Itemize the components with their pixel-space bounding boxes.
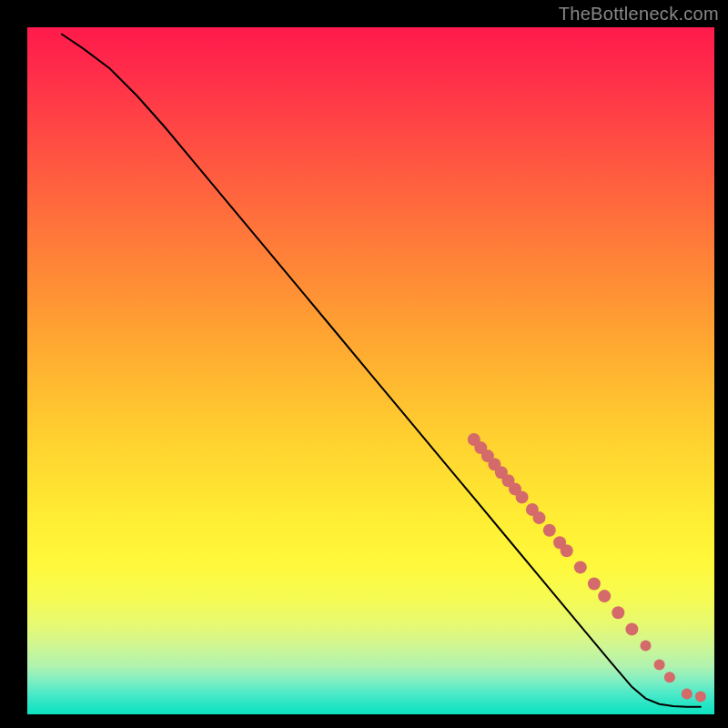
- data-marker: [533, 511, 546, 524]
- curve-line: [62, 35, 701, 707]
- data-marker: [561, 544, 573, 557]
- data-marker: [574, 561, 587, 573]
- watermark-text: TheBottleneck.com: [559, 4, 719, 25]
- data-marker: [598, 590, 611, 602]
- marker-group: [468, 433, 706, 702]
- data-marker: [516, 490, 529, 503]
- data-marker: [654, 660, 665, 671]
- data-marker: [625, 622, 638, 635]
- data-marker: [664, 672, 675, 682]
- chart-frame: TheBottleneck.com: [0, 0, 728, 728]
- data-marker: [612, 606, 624, 619]
- chart-svg: [27, 27, 714, 714]
- data-marker: [641, 641, 652, 652]
- data-marker: [695, 691, 706, 702]
- data-marker: [588, 578, 601, 591]
- data-marker: [543, 524, 556, 537]
- data-marker: [682, 688, 693, 699]
- plot-area: [27, 27, 714, 714]
